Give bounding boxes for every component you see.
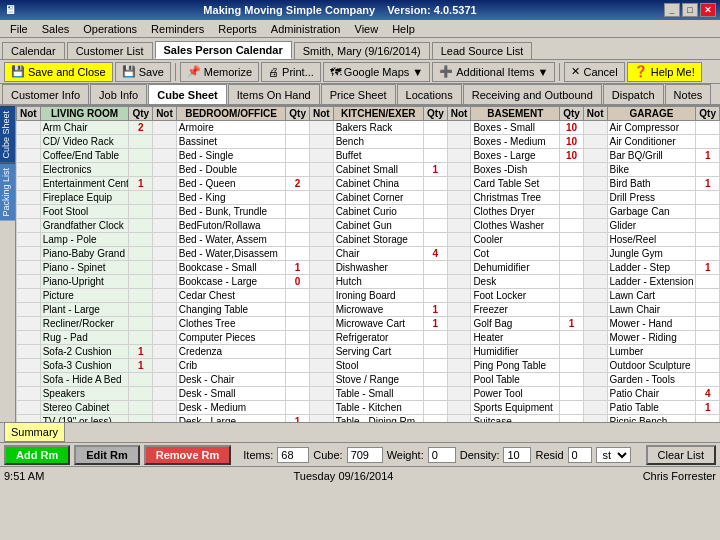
br-qty-0[interactable] bbox=[286, 121, 310, 135]
add-rm-button[interactable]: Add Rm bbox=[4, 445, 70, 465]
tab-sales-person-calendar[interactable]: Sales Person Calendar bbox=[155, 41, 292, 59]
bs-not-5[interactable] bbox=[447, 191, 471, 205]
gr-qty-14[interactable] bbox=[696, 317, 720, 331]
lr-not-2[interactable] bbox=[17, 149, 41, 163]
gr-qty-5[interactable] bbox=[696, 191, 720, 205]
ki-not-18[interactable] bbox=[309, 373, 333, 387]
bs-qty-7[interactable] bbox=[560, 219, 584, 233]
ki-not-6[interactable] bbox=[309, 205, 333, 219]
lr-qty-2[interactable] bbox=[129, 149, 153, 163]
bs-qty-8[interactable] bbox=[560, 233, 584, 247]
bs-qty-12[interactable] bbox=[560, 289, 584, 303]
menu-file[interactable]: File bbox=[4, 22, 34, 36]
ki-qty-7[interactable] bbox=[424, 219, 448, 233]
tab-items-on-hand[interactable]: Items On Hand bbox=[228, 84, 320, 104]
bs-not-17[interactable] bbox=[447, 359, 471, 373]
ki-not-2[interactable] bbox=[309, 149, 333, 163]
bs-qty-18[interactable] bbox=[560, 373, 584, 387]
bs-qty-5[interactable] bbox=[560, 191, 584, 205]
ki-not-14[interactable] bbox=[309, 317, 333, 331]
bs-qty-6[interactable] bbox=[560, 205, 584, 219]
lr-qty-14[interactable] bbox=[129, 317, 153, 331]
ki-qty-3[interactable]: 1 bbox=[424, 163, 448, 177]
lr-not-12[interactable] bbox=[17, 289, 41, 303]
br-qty-1[interactable] bbox=[286, 135, 310, 149]
save-button[interactable]: 💾 Save bbox=[115, 62, 171, 82]
gr-not-14[interactable] bbox=[583, 317, 607, 331]
gr-qty-15[interactable] bbox=[696, 331, 720, 345]
tab-cube-sheet[interactable]: Cube Sheet bbox=[148, 84, 227, 104]
gr-qty-13[interactable] bbox=[696, 303, 720, 317]
ki-not-10[interactable] bbox=[309, 261, 333, 275]
lr-qty-10[interactable] bbox=[129, 261, 153, 275]
menu-view[interactable]: View bbox=[349, 22, 385, 36]
br-qty-7[interactable] bbox=[286, 219, 310, 233]
lr-qty-18[interactable] bbox=[129, 373, 153, 387]
st-dropdown[interactable]: st bbox=[596, 447, 631, 463]
br-not-7[interactable] bbox=[153, 219, 177, 233]
bs-qty-9[interactable] bbox=[560, 247, 584, 261]
menu-reminders[interactable]: Reminders bbox=[145, 22, 210, 36]
ki-qty-19[interactable] bbox=[424, 387, 448, 401]
ki-qty-9[interactable]: 4 bbox=[424, 247, 448, 261]
lr-not-17[interactable] bbox=[17, 359, 41, 373]
bs-not-16[interactable] bbox=[447, 345, 471, 359]
menu-reports[interactable]: Reports bbox=[212, 22, 263, 36]
gr-not-19[interactable] bbox=[583, 387, 607, 401]
side-label-cube-sheet[interactable]: Cube Sheet bbox=[0, 106, 15, 163]
bs-qty-16[interactable] bbox=[560, 345, 584, 359]
weight-input[interactable] bbox=[428, 447, 456, 463]
gr-not-21[interactable] bbox=[583, 415, 607, 423]
gr-qty-10[interactable]: 1 bbox=[696, 261, 720, 275]
ki-qty-11[interactable] bbox=[424, 275, 448, 289]
bs-qty-20[interactable] bbox=[560, 401, 584, 415]
clear-list-button[interactable]: Clear List bbox=[646, 445, 716, 465]
lr-not-18[interactable] bbox=[17, 373, 41, 387]
lr-qty-11[interactable] bbox=[129, 275, 153, 289]
br-not-13[interactable] bbox=[153, 303, 177, 317]
lr-qty-0[interactable]: 2 bbox=[129, 121, 153, 135]
gr-not-20[interactable] bbox=[583, 401, 607, 415]
gr-not-16[interactable] bbox=[583, 345, 607, 359]
ki-qty-2[interactable] bbox=[424, 149, 448, 163]
content-area[interactable]: Not LIVING ROOM Qty Not BEDROOM/OFFICE Q… bbox=[16, 106, 720, 422]
lr-not-1[interactable] bbox=[17, 135, 41, 149]
ki-qty-15[interactable] bbox=[424, 331, 448, 345]
br-qty-21[interactable]: 1 bbox=[286, 415, 310, 423]
ki-not-0[interactable] bbox=[309, 121, 333, 135]
gr-not-17[interactable] bbox=[583, 359, 607, 373]
ki-qty-20[interactable] bbox=[424, 401, 448, 415]
br-not-15[interactable] bbox=[153, 331, 177, 345]
ki-not-13[interactable] bbox=[309, 303, 333, 317]
gr-not-3[interactable] bbox=[583, 163, 607, 177]
ki-qty-6[interactable] bbox=[424, 205, 448, 219]
menu-help[interactable]: Help bbox=[386, 22, 421, 36]
lr-not-16[interactable] bbox=[17, 345, 41, 359]
ki-qty-10[interactable] bbox=[424, 261, 448, 275]
gr-qty-9[interactable] bbox=[696, 247, 720, 261]
tab-smith-mary[interactable]: Smith, Mary (9/16/2014) bbox=[294, 42, 430, 59]
gr-qty-2[interactable]: 1 bbox=[696, 149, 720, 163]
br-qty-19[interactable] bbox=[286, 387, 310, 401]
ki-not-3[interactable] bbox=[309, 163, 333, 177]
google-maps-button[interactable]: 🗺 Google Maps ▼ bbox=[323, 62, 430, 82]
tab-lead-source-list[interactable]: Lead Source List bbox=[432, 42, 533, 59]
br-qty-11[interactable]: 0 bbox=[286, 275, 310, 289]
bs-not-3[interactable] bbox=[447, 163, 471, 177]
lr-not-19[interactable] bbox=[17, 387, 41, 401]
lr-not-10[interactable] bbox=[17, 261, 41, 275]
gr-not-11[interactable] bbox=[583, 275, 607, 289]
lr-not-21[interactable] bbox=[17, 415, 41, 423]
gr-qty-18[interactable] bbox=[696, 373, 720, 387]
ki-qty-13[interactable]: 1 bbox=[424, 303, 448, 317]
lr-not-6[interactable] bbox=[17, 205, 41, 219]
ki-not-8[interactable] bbox=[309, 233, 333, 247]
ki-not-17[interactable] bbox=[309, 359, 333, 373]
memorize-button[interactable]: 📌 Memorize bbox=[180, 62, 259, 82]
bs-not-21[interactable] bbox=[447, 415, 471, 423]
bs-not-7[interactable] bbox=[447, 219, 471, 233]
close-button[interactable]: ✕ bbox=[700, 3, 716, 17]
br-qty-3[interactable] bbox=[286, 163, 310, 177]
gr-qty-17[interactable] bbox=[696, 359, 720, 373]
tab-job-info[interactable]: Job Info bbox=[90, 84, 147, 104]
